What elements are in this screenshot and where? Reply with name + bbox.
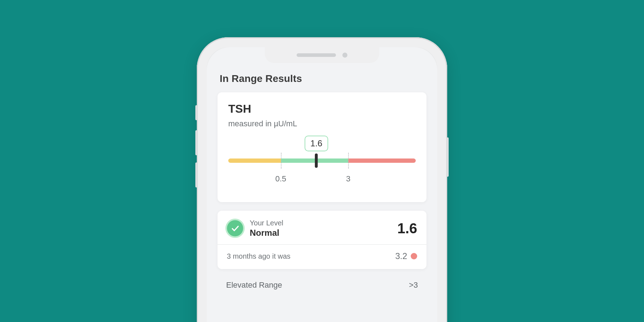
phone-side-button	[195, 130, 197, 155]
elevated-range-label: Elevated Range	[226, 280, 282, 290]
previous-level-value: 3.2	[395, 251, 407, 261]
your-level-label: Your Level	[250, 219, 283, 227]
phone-frame: In Range Results TSH measured in µU/mL 1…	[197, 37, 447, 322]
level-summary-card[interactable]: Your Level Normal 1.6 3 months ago it wa…	[218, 211, 426, 269]
gauge-segment-low	[228, 158, 281, 163]
level-value: 1.6	[397, 220, 417, 236]
phone-side-button	[195, 162, 197, 187]
elevated-range-value: >3	[409, 280, 418, 290]
level-left: Your Level Normal	[225, 219, 283, 238]
app-screen: In Range Results TSH measured in µU/mL 1…	[207, 47, 437, 322]
level-summary-top: Your Level Normal 1.6	[218, 211, 426, 245]
gauge-tick-label-high: 3	[346, 174, 350, 184]
checkmark-badge-icon	[225, 219, 245, 238]
gauge-segment-normal	[281, 158, 348, 163]
section-heading: In Range Results	[220, 73, 426, 84]
phone-screen: In Range Results TSH measured in µU/mL 1…	[207, 47, 437, 322]
marker-unit: measured in µU/mL	[228, 119, 416, 128]
phone-side-button	[195, 105, 197, 120]
gauge-bar	[228, 158, 416, 163]
level-summary-bottom: 3 months ago it was 3.2	[218, 245, 426, 269]
level-status: Normal	[250, 228, 283, 238]
gauge-tick-high	[348, 153, 349, 169]
unit-prefix: measured in	[228, 119, 274, 128]
unit-value: µU/mL	[274, 119, 297, 128]
gauge-tick-label-low: 0.5	[275, 174, 286, 184]
gauge-tick-low	[281, 153, 282, 169]
marker-name: TSH	[228, 102, 416, 116]
current-value-pill: 1.6	[305, 136, 328, 151]
phone-side-button	[447, 137, 449, 177]
marker-card[interactable]: TSH measured in µU/mL 1.6 0.5 3	[218, 92, 426, 202]
status-dot-icon	[411, 253, 417, 259]
gauge-pointer	[315, 153, 318, 168]
previous-level-label: 3 months ago it was	[227, 252, 291, 260]
range-gauge: 1.6 0.5 3	[228, 136, 416, 189]
elevated-range-row[interactable]: Elevated Range >3	[218, 278, 426, 290]
gauge-segment-high	[348, 158, 416, 163]
